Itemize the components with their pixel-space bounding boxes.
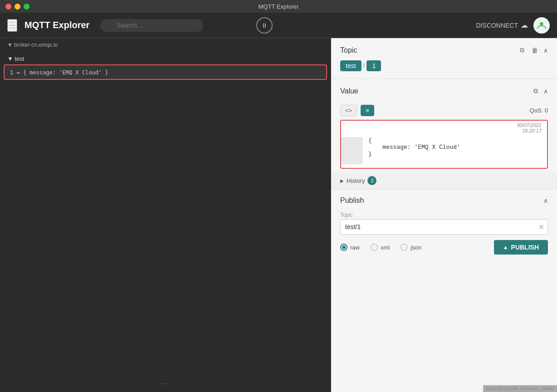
bottom-dots: ··· bbox=[0, 374, 331, 392]
format-xml[interactable]: xml bbox=[371, 244, 390, 251]
disconnect-label: DISCONNECT bbox=[476, 22, 518, 29]
format-json[interactable]: json bbox=[401, 244, 421, 251]
app-title: MQTT Explorer bbox=[24, 20, 89, 30]
publish-topic-input[interactable] bbox=[340, 219, 548, 235]
value-section: Value ⧉ ∧ <> ≡ QoS: 0 30/07/2021 18:20:1… bbox=[331, 79, 557, 189]
publish-icon: ▲ bbox=[503, 244, 508, 250]
value-collapse-button[interactable]: ∧ bbox=[543, 88, 548, 95]
topic-section: Topic ⧉ 🗑 ∧ test / 1 bbox=[331, 38, 557, 79]
window-title: MQTT Explorer bbox=[259, 3, 299, 10]
topic-path-container: test / 1 bbox=[331, 60, 557, 78]
value-time: 18:20:17 bbox=[347, 128, 542, 133]
topic-section-title: Topic bbox=[340, 46, 514, 54]
header: ☰ MQTT Explorer 🔍 ⏸ DISCONNECT ☁ bbox=[0, 13, 557, 38]
disconnect-button[interactable]: DISCONNECT ☁ bbox=[476, 21, 528, 29]
app: ☰ MQTT Explorer 🔍 ⏸ DISCONNECT ☁ ▼ broke… bbox=[0, 13, 557, 392]
titlebar: MQTT Explorer bbox=[0, 0, 557, 13]
publish-label: PUBLISH bbox=[511, 244, 539, 251]
view-lines-button[interactable]: ≡ bbox=[361, 105, 374, 116]
tree-area: ▼ test 1 = { message: 'EMQ X Cloud' } bbox=[0, 52, 331, 374]
right-panel: Topic ⧉ 🗑 ∧ test / 1 Value ⧉ bbox=[331, 38, 557, 392]
value-code: { message: 'EMQ X Cloud' } bbox=[341, 133, 547, 168]
publish-section: Publish ∧ Topic ✕ raw xml bbox=[331, 189, 557, 255]
format-raw[interactable]: raw bbox=[340, 244, 360, 251]
value-toolbar: <> ≡ QoS: 0 bbox=[331, 101, 557, 120]
publish-button[interactable]: ▲ PUBLISH bbox=[494, 240, 548, 255]
radio-xml[interactable] bbox=[371, 244, 378, 251]
tree-child-selected[interactable]: 1 = { message: 'EMQ X Cloud' } bbox=[4, 64, 327, 80]
value-text: { message: 'EMQ X Cloud' } bbox=[363, 137, 547, 164]
history-badge: 2 bbox=[367, 176, 376, 185]
value-display: 30/07/2021 18:20:17 { message: 'EMQ X Cl… bbox=[340, 120, 548, 169]
cloud-icon: ☁ bbox=[521, 21, 528, 29]
topic-path: test / 1 bbox=[340, 60, 548, 71]
format-xml-label: xml bbox=[381, 244, 390, 251]
content: ▼ broker-cn.emqx.io ▼ test 1 = { message… bbox=[0, 38, 557, 392]
avatar bbox=[533, 17, 550, 34]
left-panel: ▼ broker-cn.emqx.io ▼ test 1 = { message… bbox=[0, 38, 331, 392]
topic-copy-button[interactable]: ⧉ bbox=[518, 45, 526, 55]
value-meta: 30/07/2021 18:20:17 bbox=[341, 121, 547, 133]
minimize-button[interactable] bbox=[15, 4, 20, 10]
qos-label: QoS: 0 bbox=[530, 107, 548, 114]
history-label: History bbox=[347, 177, 365, 184]
publish-topic-label: Topic bbox=[331, 210, 557, 219]
traffic-lights bbox=[5, 4, 29, 10]
format-raw-label: raw bbox=[350, 244, 360, 251]
topic-segment-1[interactable]: 1 bbox=[366, 60, 381, 71]
topic-segment-test[interactable]: test bbox=[340, 60, 362, 71]
footer-url: https://blog.csdn.net/emqx_broker bbox=[483, 385, 557, 392]
tree-node-test[interactable]: ▼ test bbox=[0, 54, 331, 64]
tree-child-value: 1 = { message: 'EMQ X Cloud' } bbox=[10, 69, 108, 76]
header-right: DISCONNECT ☁ bbox=[476, 17, 550, 34]
topic-separator: / bbox=[363, 62, 365, 69]
publish-collapse-button[interactable]: ∧ bbox=[543, 197, 548, 204]
publish-section-header: Publish ∧ bbox=[331, 189, 557, 210]
breadcrumb[interactable]: ▼ broker-cn.emqx.io bbox=[0, 38, 331, 52]
value-section-title: Value bbox=[340, 87, 528, 95]
search-input[interactable] bbox=[100, 19, 203, 32]
publish-topic-field: ✕ bbox=[340, 219, 548, 235]
value-section-header: Value ⧉ ∧ bbox=[331, 79, 557, 101]
tree-node-label: ▼ test bbox=[7, 55, 24, 62]
publish-section-title: Publish bbox=[340, 196, 540, 205]
play-icon: ▶ bbox=[340, 178, 344, 183]
topic-delete-button[interactable]: 🗑 bbox=[530, 46, 540, 55]
clear-topic-icon[interactable]: ✕ bbox=[538, 223, 544, 231]
value-gutter bbox=[341, 137, 363, 164]
hamburger-button[interactable]: ☰ bbox=[7, 19, 17, 32]
maximize-button[interactable] bbox=[24, 4, 29, 10]
value-date: 30/07/2021 bbox=[347, 122, 542, 128]
publish-format-row: raw xml json ▲ PUBLISH bbox=[331, 240, 557, 255]
search-container: 🔍 bbox=[100, 19, 245, 32]
radio-json[interactable] bbox=[401, 244, 408, 251]
format-json-label: json bbox=[410, 244, 421, 251]
close-button[interactable] bbox=[5, 4, 11, 10]
value-copy-button[interactable]: ⧉ bbox=[532, 86, 540, 96]
topic-section-header: Topic ⧉ 🗑 ∧ bbox=[331, 38, 557, 60]
radio-raw[interactable] bbox=[340, 244, 347, 251]
history-bar[interactable]: ▶ History 2 bbox=[331, 172, 557, 189]
svg-point-0 bbox=[540, 22, 543, 25]
pause-button[interactable]: ⏸ bbox=[256, 17, 273, 34]
view-code-button[interactable]: <> bbox=[340, 105, 357, 116]
topic-collapse-button[interactable]: ∧ bbox=[543, 47, 548, 54]
